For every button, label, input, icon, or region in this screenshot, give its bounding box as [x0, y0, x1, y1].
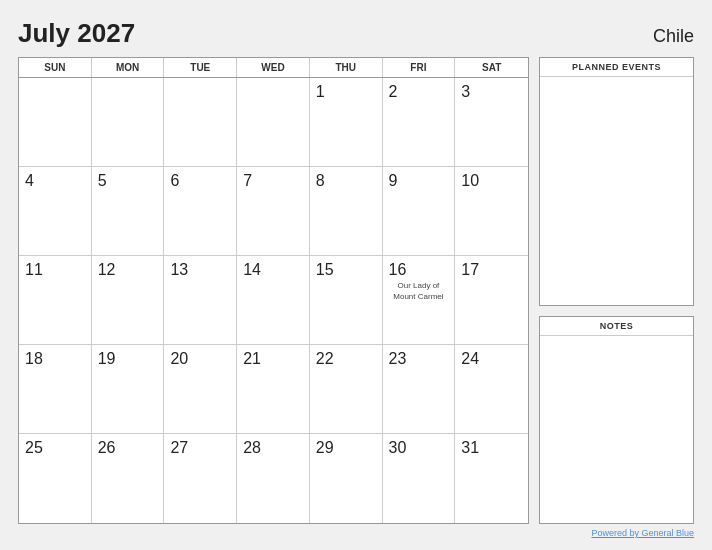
day-cell: 27 — [164, 434, 237, 523]
planned-events-title: PLANNED EVENTS — [540, 58, 693, 77]
day-cell — [237, 78, 310, 167]
calendar-grid: 12345678910111213141516Our Lady of Mount… — [19, 78, 528, 523]
day-header: MON — [92, 58, 165, 77]
day-cell: 20 — [164, 345, 237, 434]
day-cell: 23 — [383, 345, 456, 434]
day-number: 31 — [461, 438, 522, 457]
day-number: 24 — [461, 349, 522, 368]
day-cell: 18 — [19, 345, 92, 434]
day-number: 23 — [389, 349, 449, 368]
header: July 2027 Chile — [18, 18, 694, 49]
day-cell: 1 — [310, 78, 383, 167]
day-cell: 5 — [92, 167, 165, 256]
day-cell: 14 — [237, 256, 310, 345]
day-number: 9 — [389, 171, 449, 190]
day-header: WED — [237, 58, 310, 77]
day-number: 3 — [461, 82, 522, 101]
calendar: SUNMONTUEWEDTHUFRISAT 123456789101112131… — [18, 57, 529, 524]
day-number: 10 — [461, 171, 522, 190]
day-cell: 13 — [164, 256, 237, 345]
day-cell: 24 — [455, 345, 528, 434]
day-number: 11 — [25, 260, 85, 279]
day-header: SUN — [19, 58, 92, 77]
day-number: 17 — [461, 260, 522, 279]
day-number: 29 — [316, 438, 376, 457]
notes-title: NOTES — [540, 317, 693, 336]
day-number: 27 — [170, 438, 230, 457]
day-number: 15 — [316, 260, 376, 279]
month-year: July 2027 — [18, 18, 135, 49]
day-cell — [164, 78, 237, 167]
day-number: 16 — [389, 260, 449, 279]
day-header: TUE — [164, 58, 237, 77]
day-cell: 9 — [383, 167, 456, 256]
day-cell: 26 — [92, 434, 165, 523]
day-cell: 21 — [237, 345, 310, 434]
day-number: 22 — [316, 349, 376, 368]
page: July 2027 Chile SUNMONTUEWEDTHUFRISAT 12… — [0, 0, 712, 550]
day-number: 2 — [389, 82, 449, 101]
country: Chile — [653, 26, 694, 47]
day-number: 26 — [98, 438, 158, 457]
day-cell: 2 — [383, 78, 456, 167]
day-number: 8 — [316, 171, 376, 190]
day-cell: 7 — [237, 167, 310, 256]
day-number: 28 — [243, 438, 303, 457]
day-cell: 8 — [310, 167, 383, 256]
sidebar: PLANNED EVENTS NOTES — [539, 57, 694, 524]
day-cell: 15 — [310, 256, 383, 345]
main-content: SUNMONTUEWEDTHUFRISAT 123456789101112131… — [18, 57, 694, 524]
day-cell: 22 — [310, 345, 383, 434]
day-number: 21 — [243, 349, 303, 368]
day-cell: 19 — [92, 345, 165, 434]
day-cell: 3 — [455, 78, 528, 167]
day-cell: 4 — [19, 167, 92, 256]
day-cell: 10 — [455, 167, 528, 256]
day-cell — [92, 78, 165, 167]
day-cell: 11 — [19, 256, 92, 345]
day-number: 18 — [25, 349, 85, 368]
day-number: 14 — [243, 260, 303, 279]
day-number: 7 — [243, 171, 303, 190]
day-number: 5 — [98, 171, 158, 190]
day-number: 25 — [25, 438, 85, 457]
day-cell: 31 — [455, 434, 528, 523]
day-number: 1 — [316, 82, 376, 101]
day-number: 19 — [98, 349, 158, 368]
day-number: 30 — [389, 438, 449, 457]
day-number: 13 — [170, 260, 230, 279]
notes-content — [540, 336, 693, 523]
day-header: THU — [310, 58, 383, 77]
day-cell: 29 — [310, 434, 383, 523]
powered-by[interactable]: Powered by General Blue — [18, 528, 694, 538]
day-number: 12 — [98, 260, 158, 279]
day-cell: 28 — [237, 434, 310, 523]
day-number: 20 — [170, 349, 230, 368]
day-cell: 25 — [19, 434, 92, 523]
day-number: 4 — [25, 171, 85, 190]
day-headers: SUNMONTUEWEDTHUFRISAT — [19, 58, 528, 78]
day-cell: 17 — [455, 256, 528, 345]
planned-events-box: PLANNED EVENTS — [539, 57, 694, 306]
day-number: 6 — [170, 171, 230, 190]
day-cell — [19, 78, 92, 167]
day-cell: 12 — [92, 256, 165, 345]
day-cell: 30 — [383, 434, 456, 523]
planned-events-content — [540, 77, 693, 305]
day-header: FRI — [383, 58, 456, 77]
day-cell: 16Our Lady of Mount Carmel — [383, 256, 456, 345]
day-header: SAT — [455, 58, 528, 77]
day-cell: 6 — [164, 167, 237, 256]
event-text: Our Lady of Mount Carmel — [389, 281, 449, 302]
powered-by-link[interactable]: Powered by General Blue — [591, 528, 694, 538]
notes-box: NOTES — [539, 316, 694, 524]
